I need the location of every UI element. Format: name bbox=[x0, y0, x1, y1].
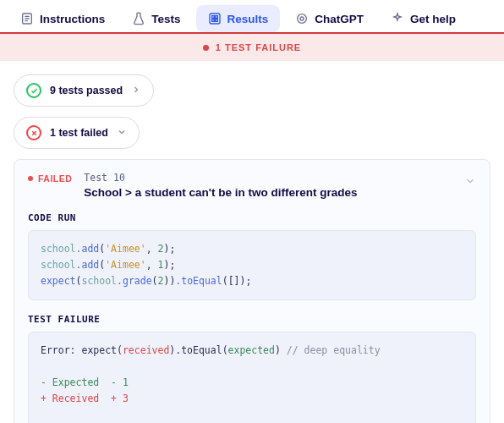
failed-label: 1 test failed bbox=[50, 127, 108, 139]
tab-label: Tests bbox=[151, 13, 180, 25]
tab-label: Instructions bbox=[40, 13, 105, 25]
chevron-down-icon[interactable] bbox=[464, 175, 476, 190]
tab-tests[interactable]: Tests bbox=[120, 5, 192, 32]
svg-rect-5 bbox=[215, 19, 217, 22]
tab-label: Get help bbox=[410, 13, 456, 25]
failure-banner: 1 TEST FAILURE bbox=[0, 34, 504, 61]
instructions-icon bbox=[20, 12, 34, 25]
passed-label: 9 tests passed bbox=[50, 85, 123, 96]
tests-failed-pill[interactable]: 1 test failed bbox=[14, 117, 140, 149]
results-icon bbox=[208, 12, 222, 25]
svg-rect-2 bbox=[211, 16, 214, 19]
chevron-down-icon bbox=[117, 127, 127, 140]
tab-instructions[interactable]: Instructions bbox=[8, 5, 117, 32]
panel-header[interactable]: FAILED Test 10 School > a student can't … bbox=[28, 172, 476, 199]
x-circle-icon bbox=[26, 125, 41, 140]
failure-panel: FAILED Test 10 School > a student can't … bbox=[14, 159, 490, 423]
tab-label: ChatGPT bbox=[315, 13, 364, 25]
failed-tag: FAILED bbox=[28, 172, 72, 184]
sparkle-icon bbox=[391, 12, 404, 25]
dot-icon bbox=[28, 176, 33, 181]
tab-label: Results bbox=[227, 13, 269, 25]
chevron-right-icon bbox=[131, 85, 141, 97]
test-failure-label: TEST FAILURE bbox=[28, 314, 476, 325]
failed-tag-text: FAILED bbox=[38, 173, 72, 184]
content-area: 9 tests passed 1 test failed FAILED Test… bbox=[0, 61, 504, 423]
tab-chatgpt[interactable]: ChatGPT bbox=[283, 5, 375, 32]
check-circle-icon bbox=[26, 83, 41, 98]
banner-text: 1 TEST FAILURE bbox=[216, 42, 301, 52]
chatgpt-icon bbox=[295, 12, 309, 25]
tests-icon bbox=[132, 12, 145, 25]
code-run-label: CODE RUN bbox=[28, 212, 476, 223]
svg-point-6 bbox=[298, 14, 307, 24]
svg-rect-3 bbox=[215, 16, 217, 19]
tab-results[interactable]: Results bbox=[196, 5, 281, 32]
tab-bar: Instructions Tests Results ChatGPT Get h… bbox=[0, 0, 504, 34]
test-failure-block: Error: expect(received).toEqual(expected… bbox=[28, 332, 476, 423]
code-run-block: school.add('Aimee', 2); school.add('Aime… bbox=[28, 230, 476, 300]
tab-gethelp[interactable]: Get help bbox=[379, 5, 468, 32]
tests-passed-pill[interactable]: 9 tests passed bbox=[14, 74, 154, 107]
test-number: Test 10 bbox=[84, 172, 476, 184]
test-title: School > a student can't be in two diffe… bbox=[84, 186, 476, 199]
svg-point-7 bbox=[300, 17, 304, 20]
svg-rect-4 bbox=[211, 19, 214, 22]
dot-icon bbox=[203, 45, 209, 51]
